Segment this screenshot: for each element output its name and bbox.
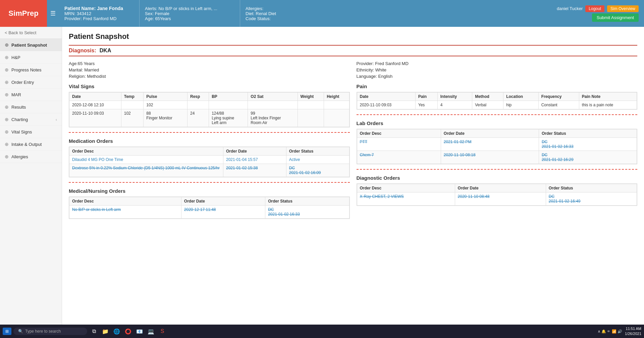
pain-table: Date Pain Intensity Method Location Freq… bbox=[357, 92, 637, 109]
sidebar-item-progress-notes[interactable]: ⊕ Progress Notes bbox=[0, 64, 62, 76]
back-to-select[interactable]: < Back to Select bbox=[0, 27, 62, 39]
charting-icon: ⊕ bbox=[5, 117, 9, 122]
vs-col-weight: Weight bbox=[298, 93, 324, 101]
search-icon: 🔍 bbox=[18, 329, 23, 334]
divider-1 bbox=[69, 132, 350, 133]
progress-notes-icon: ⊕ bbox=[5, 67, 9, 72]
edge-icon[interactable]: 🌐 bbox=[112, 327, 121, 336]
sidebar-label-progress-notes: Progress Notes bbox=[11, 67, 42, 72]
sidebar-label-hp: H&P bbox=[11, 55, 20, 60]
sidebar-label-results: Results bbox=[11, 105, 26, 110]
vs-cell-weight bbox=[298, 109, 324, 127]
windows-icon: ⊞ bbox=[5, 329, 9, 334]
vs-cell-date: 2020-11-10 09:03 bbox=[69, 109, 121, 127]
pain-title: Pain bbox=[357, 83, 638, 89]
vs-cell-height bbox=[324, 109, 349, 127]
chrome-icon[interactable]: ⭕ bbox=[123, 327, 133, 336]
lab-col-date: Order Date bbox=[441, 129, 539, 138]
sidebar-item-charting[interactable]: ⊕ Charting ‹ bbox=[0, 113, 62, 126]
diag-cell-desc: X-Ray CHEST, 2 VIEWS bbox=[357, 192, 455, 206]
sidebar-item-vital-signs[interactable]: ⊕ Vital Signs bbox=[0, 126, 62, 138]
patient-info-age: Age:65 Years bbox=[69, 61, 350, 66]
lab-orders-table-container: Order Desc Order Date Order Status PTT 2… bbox=[357, 129, 638, 164]
vs-cell-date: 2020-12-08 12:10 bbox=[69, 101, 121, 109]
taskbar-clock: 11:51 AM 1/26/2021 bbox=[625, 326, 641, 337]
lab-orders-title: Lab Orders bbox=[357, 120, 638, 126]
simprep-taskbar-icon[interactable]: S bbox=[158, 327, 167, 336]
diagnostic-orders-title: Diagnostic Orders bbox=[357, 175, 638, 181]
vital-signs-table: Date Temp Pulse Resp BP O2 Sat Weight He… bbox=[69, 92, 350, 127]
vs-col-o2sat: O2 Sat bbox=[248, 93, 298, 101]
pain-col-method: Method bbox=[472, 93, 503, 101]
diag-col-desc: Order Desc bbox=[357, 184, 455, 192]
sim-overview-button[interactable]: Sim Overview bbox=[607, 5, 639, 12]
sidebar-item-results[interactable]: ⊕ Results bbox=[0, 101, 62, 113]
vs-cell-o2sat bbox=[248, 101, 298, 109]
sidebar-item-order-entry[interactable]: ⊕ Order Entry bbox=[0, 76, 62, 89]
sidebar-item-intake-output[interactable]: ⊕ Intake & Output bbox=[0, 138, 62, 151]
nursing-col-date: Order Date bbox=[181, 197, 265, 206]
pain-col-frequency: Frequency bbox=[538, 93, 579, 101]
pain-col-intensity: Intensity bbox=[437, 93, 472, 101]
patient-name: Patient Name: Jane Fonda bbox=[64, 6, 134, 11]
diag-cell-status: DC 2021-01-02 16:49 bbox=[546, 192, 637, 206]
pain-cell-frequency: Constant bbox=[538, 101, 579, 109]
allergies-text: Allergies: bbox=[246, 6, 546, 11]
logout-button[interactable]: Logout bbox=[585, 5, 604, 12]
pain-cell-date: 2020-11-10 09:03 bbox=[357, 101, 415, 109]
vs-cell-weight bbox=[298, 101, 324, 109]
taskbar-search-box[interactable]: 🔍 Type here to search bbox=[13, 328, 87, 335]
patient-mrn: MRN: 343412 bbox=[64, 11, 134, 16]
med-cell-status: DC 2021-01-02 16:09 bbox=[286, 164, 349, 177]
med-orders-table: Order Desc Order Date Order Status Dilau… bbox=[69, 147, 350, 177]
lab-cell-status: DC 2021-01-02 16:33 bbox=[539, 138, 637, 151]
vs-cell-bp bbox=[209, 101, 248, 109]
provider-info-ethnicity: Ethnicity: White bbox=[357, 67, 638, 72]
right-column: Provider: Fred Sanford MD Ethnicity: Whi… bbox=[357, 61, 638, 219]
sex-text: Sex: Female bbox=[145, 11, 234, 16]
lab-cell-desc: Chem 7 bbox=[357, 151, 441, 164]
diagnosis-label: Diagnosis: bbox=[69, 48, 96, 54]
nursing-col-status: Order Status bbox=[265, 197, 349, 206]
vs-col-date: Date bbox=[69, 93, 121, 101]
nursing-orders-title: Medical/Nursing Orders bbox=[69, 188, 350, 194]
page-title: Patient Snapshot bbox=[69, 32, 637, 41]
table-row: No B/P or sticks in Left arm 2020-12-17 … bbox=[69, 206, 350, 219]
table-row: Chem 7 2020-11-10 08:18 DC 2021-01-02 16… bbox=[357, 151, 637, 164]
hamburger-icon[interactable]: ☰ bbox=[47, 0, 59, 27]
submit-assignment-button[interactable]: Submit Assignment bbox=[592, 13, 639, 22]
vital-signs-icon: ⊕ bbox=[5, 129, 9, 134]
code-status-text: Code Status: bbox=[246, 16, 546, 21]
header: SimPrep ☰ Patient Name: Jane Fonda MRN: … bbox=[0, 0, 644, 27]
main-layout: < Back to Select ⊕ Patient Snapshot ⊕ H&… bbox=[0, 27, 644, 325]
header-patient-info: Patient Name: Jane Fonda MRN: 343412 Pro… bbox=[59, 0, 140, 27]
sidebar-item-mar[interactable]: ⊕ MAR bbox=[0, 89, 62, 101]
lab-orders-table: Order Desc Order Date Order Status PTT 2… bbox=[357, 129, 637, 164]
task-view-icon[interactable]: ⧉ bbox=[89, 327, 99, 336]
nursing-orders-table-container: Order Desc Order Date Order Status No B/… bbox=[69, 196, 350, 219]
pain-table-container: Date Pain Intensity Method Location Freq… bbox=[357, 92, 638, 110]
taskbar-right: ∧ 🔔 ᯣ 📶 🔊 11:51 AM 1/26/2021 bbox=[598, 326, 641, 337]
sidebar-item-patient-snapshot[interactable]: ⊕ Patient Snapshot bbox=[0, 39, 62, 51]
vs-cell-pulse: 88Finger Monitor bbox=[144, 109, 187, 127]
file-explorer-icon[interactable]: 📁 bbox=[101, 327, 110, 336]
pain-col-location: Location bbox=[503, 93, 538, 101]
vscode-icon[interactable]: 💻 bbox=[146, 327, 156, 336]
nursing-cell-desc: No B/P or sticks in Left arm bbox=[69, 206, 181, 219]
sidebar-item-hp[interactable]: ⊕ H&P bbox=[0, 51, 62, 64]
patient-provider: Provider: Fred Sanford MD bbox=[64, 16, 134, 21]
vs-cell-temp: 102 bbox=[121, 109, 144, 127]
collapse-icon: ‹ bbox=[56, 117, 57, 122]
nursing-col-desc: Order Desc bbox=[69, 197, 181, 206]
hp-icon: ⊕ bbox=[5, 55, 9, 60]
start-button[interactable]: ⊞ bbox=[3, 328, 11, 335]
divider-2 bbox=[69, 182, 350, 183]
sidebar-item-allergies[interactable]: ⊕ Allergies bbox=[0, 151, 62, 163]
table-row: Dextrose 5% in 0.22% Sodium Chloride (D5… bbox=[69, 164, 350, 177]
left-column: Age:65 Years Marital: Married Religion: … bbox=[69, 61, 350, 219]
med-cell-date: 2021-01-04 15:57 bbox=[223, 156, 286, 164]
lab-col-desc: Order Desc bbox=[357, 129, 441, 138]
pain-cell-pain: Yes bbox=[415, 101, 437, 109]
sidebar-label-vital-signs: Vital Signs bbox=[11, 129, 32, 134]
outlook-icon[interactable]: 📧 bbox=[135, 327, 144, 336]
